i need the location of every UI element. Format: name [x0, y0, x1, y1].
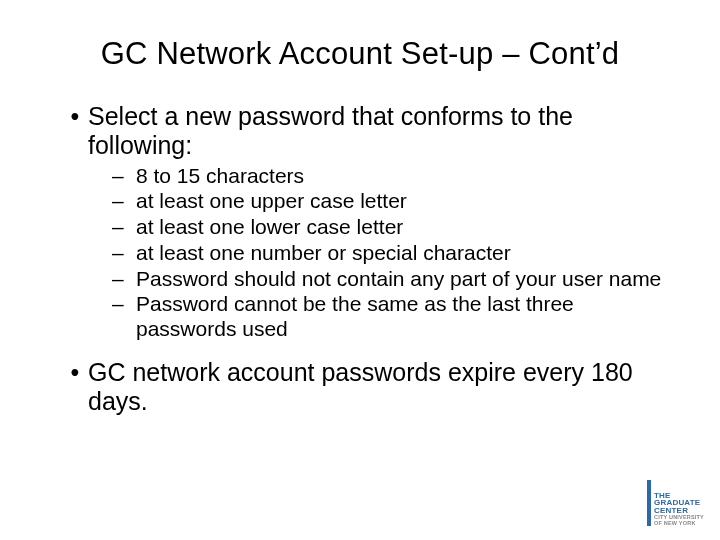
sub-item: – at least one upper case letter — [108, 189, 670, 214]
dash-mark: – — [108, 292, 136, 342]
sub-text: at least one number or special character — [136, 241, 670, 266]
bullet-item: • Select a new password that conforms to… — [62, 102, 670, 160]
sub-text: 8 to 15 characters — [136, 164, 670, 189]
slide-body: • Select a new password that conforms to… — [50, 102, 670, 415]
bullet-mark: • — [62, 102, 88, 160]
sub-text: Password cannot be the same as the last … — [136, 292, 670, 342]
dash-mark: – — [108, 164, 136, 189]
logo-subline: OF NEW YORK — [654, 521, 704, 526]
sub-list: – 8 to 15 characters – at least one uppe… — [62, 164, 670, 342]
logo-line: CENTER — [654, 507, 704, 514]
bullet-text: Select a new password that conforms to t… — [88, 102, 670, 160]
dash-mark: – — [108, 267, 136, 292]
sub-item: – at least one lower case letter — [108, 215, 670, 240]
sub-text: Password should not contain any part of … — [136, 267, 670, 292]
sub-text: at least one upper case letter — [136, 189, 670, 214]
bullet-item: • GC network account passwords expire ev… — [62, 358, 670, 416]
sub-item: – Password cannot be the same as the las… — [108, 292, 670, 342]
logo-bar-icon — [647, 480, 651, 526]
sub-item: – 8 to 15 characters — [108, 164, 670, 189]
sub-text: at least one lower case letter — [136, 215, 670, 240]
slide-title: GC Network Account Set-up – Cont’d — [50, 36, 670, 72]
bullet-mark: • — [62, 358, 88, 416]
bullet-text: GC network account passwords expire ever… — [88, 358, 670, 416]
dash-mark: – — [108, 189, 136, 214]
sub-item: – Password should not contain any part o… — [108, 267, 670, 292]
sub-item: – at least one number or special charact… — [108, 241, 670, 266]
dash-mark: – — [108, 241, 136, 266]
dash-mark: – — [108, 215, 136, 240]
logo-text: THE GRADUATE CENTER CITY UNIVERSITY OF N… — [654, 492, 704, 526]
graduate-center-logo: THE GRADUATE CENTER CITY UNIVERSITY OF N… — [647, 480, 704, 526]
